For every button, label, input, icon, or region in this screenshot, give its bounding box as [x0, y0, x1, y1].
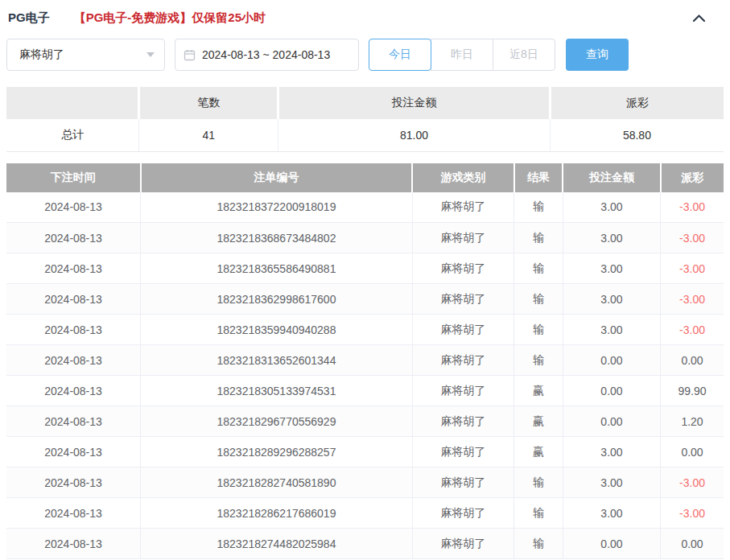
table-row: 2024-08-13 1823218368673484802 麻将胡了 输 3.… — [6, 223, 724, 253]
table-row: 2024-08-13 1823218274482025984 麻将胡了 输 0.… — [6, 529, 724, 559]
summary-col-count: 笔数 — [139, 87, 278, 119]
game-select[interactable]: 麻将胡了 — [6, 39, 165, 71]
bet-amount-cell: 3.00 — [563, 315, 660, 345]
result-cell: 输 — [514, 498, 563, 529]
summary-header-row: 笔数 投注金额 派彩 — [6, 87, 724, 119]
today-button[interactable]: 今日 — [369, 39, 431, 71]
order-no-cell: 1823218365586490881 — [141, 253, 413, 284]
result-cell: 输 — [514, 315, 563, 345]
bet-amount-cell: 0.00 — [563, 529, 660, 559]
col-order-no: 注单编号 — [141, 163, 413, 192]
bet-date-cell: 2024-08-13 — [6, 253, 141, 284]
last-8-days-button[interactable]: 近8日 — [493, 39, 555, 71]
order-no-cell: 1823218286217686019 — [141, 498, 413, 529]
order-no-cell: 1823218362998617600 — [141, 284, 413, 315]
order-no-cell: 1823218274482025984 — [141, 529, 413, 559]
free-game-notice: 【PG电子-免费游戏】仅保留25小时 — [74, 10, 266, 26]
bet-amount-cell: 3.00 — [563, 467, 660, 498]
game-type-cell: 麻将胡了 — [412, 437, 514, 467]
payout-cell: -3.00 — [661, 467, 724, 498]
order-no-cell: 1823218372200918019 — [141, 192, 413, 223]
bet-table-body: 2024-08-13 1823218372200918019 麻将胡了 输 3.… — [6, 192, 724, 559]
result-cell: 输 — [514, 529, 563, 559]
table-row: 2024-08-13 1823218362998617600 麻将胡了 输 3.… — [6, 284, 724, 315]
payout-cell: -3.00 — [661, 315, 724, 345]
table-row: 2024-08-13 1823218286217686019 麻将胡了 输 3.… — [6, 498, 724, 529]
col-game-type: 游戏类别 — [412, 163, 514, 192]
payout-cell: 99.90 — [661, 376, 724, 406]
game-type-cell: 麻将胡了 — [412, 192, 514, 223]
order-no-cell: 1823218368673484802 — [141, 223, 413, 253]
date-range-input[interactable]: 2024-08-13 ~ 2024-08-13 — [175, 39, 359, 71]
quick-date-button-group: 今日 昨日 近8日 — [369, 39, 555, 71]
bet-amount-cell: 0.00 — [563, 376, 660, 406]
order-no-cell: 1823218282740581890 — [141, 467, 413, 498]
payout-cell: -3.00 — [661, 284, 724, 315]
col-bet-time: 下注时间 — [6, 163, 141, 192]
result-cell: 输 — [514, 192, 563, 223]
bet-amount-cell: 3.00 — [563, 192, 660, 223]
table-row: 2024-08-13 1823218372200918019 麻将胡了 输 3.… — [6, 192, 724, 223]
payout-cell: -3.00 — [661, 253, 724, 284]
game-type-cell: 麻将胡了 — [412, 498, 514, 529]
chevron-down-icon — [146, 52, 155, 57]
summary-total-count: 41 — [139, 119, 278, 151]
game-type-cell: 麻将胡了 — [412, 315, 514, 345]
payout-cell: 1.20 — [661, 406, 724, 437]
bet-amount-cell: 3.00 — [563, 284, 660, 315]
col-bet-amount: 投注金额 — [563, 163, 660, 192]
chevron-up-icon — [692, 12, 706, 25]
result-cell: 输 — [514, 467, 563, 498]
bet-amount-cell: 3.00 — [563, 223, 660, 253]
result-cell: 赢 — [514, 437, 563, 467]
summary-col-blank — [6, 87, 139, 119]
bet-date-cell: 2024-08-13 — [6, 345, 141, 376]
bet-amount-cell: 3.00 — [563, 253, 660, 284]
game-type-cell: 麻将胡了 — [412, 345, 514, 376]
table-row: 2024-08-13 1823218313652601344 麻将胡了 输 0.… — [6, 345, 724, 376]
payout-cell: -3.00 — [661, 223, 724, 253]
bet-date-cell: 2024-08-13 — [6, 498, 141, 529]
result-cell: 输 — [514, 284, 563, 315]
table-row: 2024-08-13 1823218359940940288 麻将胡了 输 3.… — [6, 315, 724, 345]
summary-table: 笔数 投注金额 派彩 总计 41 81.00 58.80 — [6, 87, 724, 152]
order-no-cell: 1823218289296288257 — [141, 437, 413, 467]
bet-date-cell: 2024-08-13 — [6, 315, 141, 345]
game-type-cell: 麻将胡了 — [412, 406, 514, 437]
game-type-cell: 麻将胡了 — [412, 223, 514, 253]
bet-date-cell: 2024-08-13 — [6, 376, 141, 406]
yesterday-button[interactable]: 昨日 — [431, 39, 493, 71]
collapse-panel-button[interactable] — [692, 12, 706, 25]
bet-table-header-row: 下注时间 注单编号 游戏类别 结果 投注金额 派彩 — [6, 163, 724, 192]
date-range-value: 2024-08-13 ~ 2024-08-13 — [202, 48, 330, 61]
bet-date-cell: 2024-08-13 — [6, 529, 141, 559]
result-cell: 输 — [514, 223, 563, 253]
col-result: 结果 — [514, 163, 563, 192]
game-type-cell: 麻将胡了 — [412, 467, 514, 498]
payout-cell: 0.00 — [661, 437, 724, 467]
order-no-cell: 1823218305133974531 — [141, 376, 413, 406]
table-row: 2024-08-13 1823218365586490881 麻将胡了 输 3.… — [6, 253, 724, 284]
bet-date-cell: 2024-08-13 — [6, 192, 141, 223]
order-no-cell: 1823218359940940288 — [141, 315, 413, 345]
filter-bar: 麻将胡了 2024-08-13 ~ 2024-08-13 今日 昨日 近8日 查… — [6, 39, 724, 71]
result-cell: 赢 — [514, 406, 563, 437]
game-type-cell: 麻将胡了 — [412, 529, 514, 559]
game-type-cell: 麻将胡了 — [412, 376, 514, 406]
bet-date-cell: 2024-08-13 — [6, 406, 141, 437]
summary-col-payout: 派彩 — [550, 87, 724, 119]
calendar-icon — [184, 49, 196, 61]
payout-cell: -3.00 — [661, 498, 724, 529]
table-row: 2024-08-13 1823218305133974531 麻将胡了 赢 0.… — [6, 376, 724, 406]
bet-amount-cell: 0.00 — [563, 345, 660, 376]
payout-cell: -3.00 — [661, 192, 724, 223]
game-select-value: 麻将胡了 — [19, 47, 64, 62]
bet-date-cell: 2024-08-13 — [6, 223, 141, 253]
page-title: PG电子 — [8, 10, 50, 26]
summary-total-label: 总计 — [6, 119, 139, 151]
summary-total-payout: 58.80 — [550, 119, 724, 151]
result-cell: 输 — [514, 345, 563, 376]
search-button[interactable]: 查询 — [566, 39, 629, 71]
bet-records-table: 下注时间 注单编号 游戏类别 结果 投注金额 派彩 2024-08-13 182… — [6, 163, 724, 560]
result-cell: 赢 — [514, 376, 563, 406]
